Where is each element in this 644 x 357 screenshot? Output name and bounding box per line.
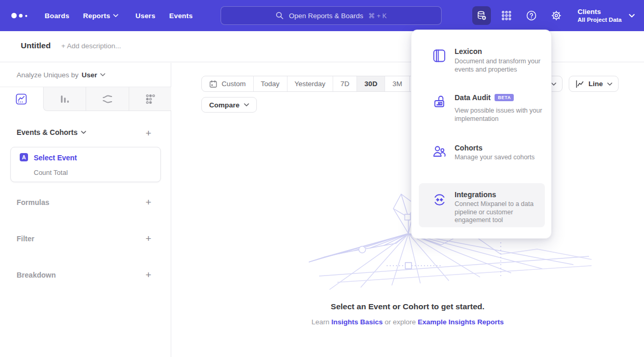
project-scope: All Project Data — [578, 16, 622, 24]
calendar-icon — [209, 80, 217, 88]
query-sidebar: Analyze Uniques by User — [0, 63, 171, 357]
mixpanel-logo-icon[interactable] — [10, 11, 30, 20]
page-title[interactable]: Untitled — [21, 41, 51, 50]
integrations-sync-icon — [432, 193, 447, 207]
analyze-value: User — [81, 71, 97, 79]
tab-line-chart[interactable] — [0, 87, 43, 111]
org-name: Clients — [578, 7, 622, 16]
formulas-label: Formulas — [17, 198, 49, 207]
database-gear-icon — [476, 10, 487, 21]
filter-label: Filter — [17, 235, 34, 243]
add-breakdown-button[interactable]: + — [143, 269, 154, 280]
help-button[interactable] — [522, 6, 541, 25]
cohorts-people-icon — [432, 144, 446, 158]
date-range-3m[interactable]: 3M — [385, 76, 409, 91]
add-description[interactable]: + Add description... — [61, 42, 121, 50]
add-filter-button[interactable]: + — [143, 233, 154, 243]
date-range-today[interactable]: Today — [253, 76, 287, 91]
flow-chart-icon — [101, 93, 114, 105]
search-icon — [276, 11, 284, 20]
project-switcher[interactable]: Clients All Project Data — [578, 5, 635, 26]
chevron-down-icon — [244, 103, 249, 106]
menu-item-integrations[interactable]: Integrations Connect Mixpanel to a data … — [412, 183, 552, 227]
count-total-label: Count Total — [34, 169, 68, 176]
insights-basics-link[interactable]: Insights Basics — [331, 318, 382, 326]
date-range-custom[interactable]: Custom — [202, 76, 253, 91]
chevron-down-icon — [629, 14, 635, 18]
select-event-label: Select Event — [34, 154, 77, 162]
chevron-down-icon — [113, 14, 118, 17]
nav-item-boards[interactable]: Boards — [45, 0, 70, 31]
analyze-uniques-dropdown[interactable]: Analyze Uniques by User — [17, 63, 105, 87]
chart-type-tabs — [0, 87, 171, 111]
event-series-badge: A — [20, 153, 28, 161]
line-chart-icon — [15, 93, 28, 105]
chart-style-dropdown[interactable]: Line — [569, 76, 619, 92]
apps-grid-icon — [501, 10, 512, 21]
event-card[interactable]: A Select Event Count Total — [10, 147, 161, 182]
search-placeholder: Open Reports & Boards — [289, 12, 363, 20]
chevron-down-icon — [607, 83, 612, 86]
date-range-30d[interactable]: 30D — [357, 76, 385, 91]
tab-bar-chart[interactable] — [43, 87, 86, 111]
menu-item-cohorts[interactable]: Cohorts Manage your saved cohorts — [412, 131, 552, 173]
menu-item-lexicon[interactable]: Lexicon Document and transform your even… — [412, 30, 552, 82]
chevron-down-icon — [100, 73, 105, 76]
top-navigation: Boards Reports Users Events Open Reports… — [0, 0, 644, 31]
tab-flow-chart[interactable] — [86, 87, 129, 111]
nav-item-users[interactable]: Users — [135, 0, 156, 31]
empty-state-heading: Select an Event or Cohort to get started… — [171, 302, 644, 311]
compare-button[interactable]: Compare — [201, 97, 257, 113]
search-input[interactable]: Open Reports & Boards ⌘ + K — [221, 6, 442, 25]
line-style-icon — [575, 79, 584, 89]
lexicon-book-icon — [432, 49, 446, 63]
apps-grid-button[interactable] — [497, 6, 516, 25]
date-range-yesterday[interactable]: Yesterday — [287, 76, 333, 91]
data-management-button[interactable] — [472, 6, 491, 25]
analyze-prefix: Analyze Uniques by — [17, 71, 78, 79]
menu-item-data-audit[interactable]: Data Audit BETA View possible issues wit… — [412, 82, 552, 131]
date-range-control: Custom Today Yesterday 7D 30D 3M 6M — [201, 76, 435, 92]
gear-icon — [551, 10, 562, 21]
nav-item-reports[interactable]: Reports — [83, 0, 118, 31]
example-insights-reports-link[interactable]: Example Insights Reports — [418, 318, 504, 326]
data-audit-icon — [432, 94, 446, 108]
add-formula-button[interactable]: + — [143, 197, 154, 207]
date-range-7d[interactable]: 7D — [333, 76, 357, 91]
add-event-button[interactable]: + — [143, 128, 154, 138]
scatter-chart-icon — [144, 93, 156, 105]
beta-badge: BETA — [495, 94, 514, 101]
nav-item-events[interactable]: Events — [169, 0, 193, 31]
chevron-down-icon — [81, 131, 86, 134]
search-shortcut: ⌘ + K — [368, 12, 387, 20]
events-cohorts-header[interactable]: Events & Cohorts — [17, 128, 86, 136]
bar-chart-icon — [58, 93, 71, 105]
breakdown-label: Breakdown — [17, 271, 56, 279]
data-management-menu: Lexicon Document and transform your even… — [411, 30, 552, 239]
tab-scatter-chart[interactable] — [129, 87, 172, 111]
empty-state-subtext: Learn Insights Basics or explore Example… — [171, 318, 644, 326]
question-circle-icon — [526, 10, 537, 21]
settings-button[interactable] — [547, 6, 566, 25]
